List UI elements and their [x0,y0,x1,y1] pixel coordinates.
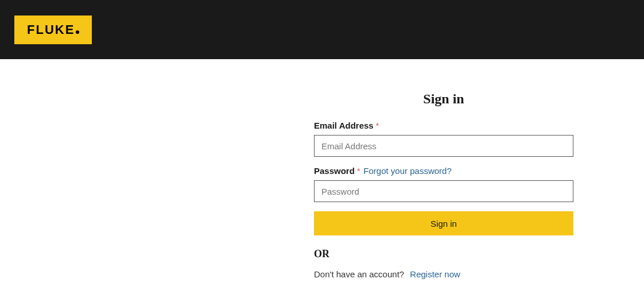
required-indicator: * [357,167,360,176]
brand-logo-dot-icon [76,30,79,34]
password-label: Password [314,166,355,176]
signin-title: Sign in [314,91,573,107]
main-content: Sign in Email Address * Password * Forgo… [0,59,644,279]
register-link[interactable]: Register now [410,269,460,279]
password-label-row: Password * Forgot your password? [314,166,573,176]
no-account-text: Don't have an account? [314,269,404,279]
required-indicator: * [376,121,379,130]
brand-logo[interactable]: FLUKE [14,16,92,44]
signin-panel: Sign in Email Address * Password * Forgo… [314,59,573,279]
password-field[interactable] [314,180,573,202]
email-label-row: Email Address * [314,121,573,130]
brand-logo-text: FLUKE [27,22,75,37]
forgot-password-link[interactable]: Forgot your password? [363,166,451,176]
email-field[interactable] [314,135,573,157]
email-label: Email Address [314,121,374,130]
or-divider-text: OR [314,248,573,260]
signin-button[interactable]: Sign in [314,211,573,235]
register-row: Don't have an account? Register now [314,269,573,279]
header-bar: FLUKE [0,0,644,59]
